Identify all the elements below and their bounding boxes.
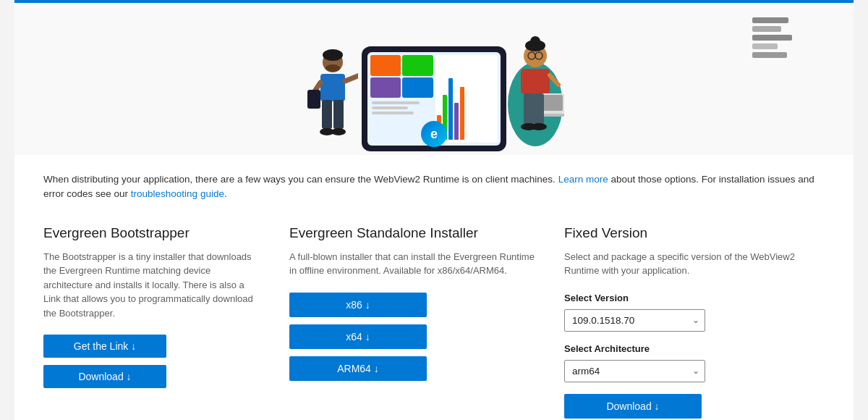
svg-point-10 [331, 128, 346, 135]
tablet-illustration: e [362, 46, 514, 155]
select-version-label: Select Version [564, 293, 825, 303]
svg-rect-3 [320, 74, 345, 101]
svg-rect-8 [333, 100, 344, 129]
bootstrapper-column: Evergreen Bootstrapper The Bootstrapper … [43, 225, 260, 421]
content-section: When distributing your application, ther… [14, 155, 854, 420]
bootstrapper-title: Evergreen Bootstrapper [43, 225, 260, 241]
svg-line-4 [345, 75, 358, 81]
svg-rect-23 [534, 93, 544, 124]
select-arch-label: Select Architecture [564, 343, 825, 354]
svg-rect-7 [322, 100, 332, 129]
columns-container: Evergreen Bootstrapper The Bootstrapper … [43, 225, 825, 421]
fixed-version-column: Fixed Version Select and package a speci… [564, 225, 825, 421]
svg-point-14 [530, 36, 540, 46]
learn-more-link[interactable]: Learn more [558, 174, 608, 185]
svg-rect-22 [524, 93, 534, 124]
arch-select-wrapper: arm64 x86 x64 ⌄ [564, 360, 705, 382]
arm64-button[interactable]: ARM64 ↓ [289, 356, 427, 381]
svg-rect-6 [307, 90, 320, 109]
standalone-title: Evergreen Standalone Installer [289, 225, 535, 241]
hero-section: e [14, 3, 854, 155]
x64-button[interactable]: x64 ↓ [289, 324, 427, 349]
version-select-wrapper: 109.0.1518.70 108.0.1462.83 107.0.1418.6… [564, 309, 705, 332]
sidebar-illustration [752, 17, 796, 61]
standalone-column: Evergreen Standalone Installer A full-bl… [289, 225, 535, 421]
bootstrapper-desc: The Bootstrapper is a tiny installer tha… [43, 250, 260, 321]
svg-point-2 [326, 64, 340, 72]
bootstrapper-download-button[interactable]: Download ↓ [43, 365, 166, 388]
intro-text: When distributing your application, ther… [43, 172, 825, 202]
fixed-version-desc: Select and package a specific version of… [564, 250, 825, 278]
version-select[interactable]: 109.0.1518.70 108.0.1462.83 107.0.1418.6… [564, 309, 705, 332]
person-left-illustration [304, 32, 362, 155]
troubleshooting-link[interactable]: troubleshooting guide [131, 188, 224, 199]
svg-point-25 [531, 123, 547, 130]
x86-button[interactable]: x86 ↓ [289, 293, 427, 317]
arch-select[interactable]: arm64 x86 x64 [564, 360, 705, 382]
fixed-version-download-button[interactable]: Download ↓ [564, 394, 702, 419]
svg-point-1 [323, 49, 343, 61]
svg-rect-17 [521, 69, 550, 94]
get-link-button[interactable]: Get the Link ↓ [43, 335, 166, 358]
standalone-desc: A full-blown installer that can install … [289, 250, 535, 278]
fixed-version-title: Fixed Version [564, 225, 825, 241]
edge-logo: e [421, 121, 447, 147]
